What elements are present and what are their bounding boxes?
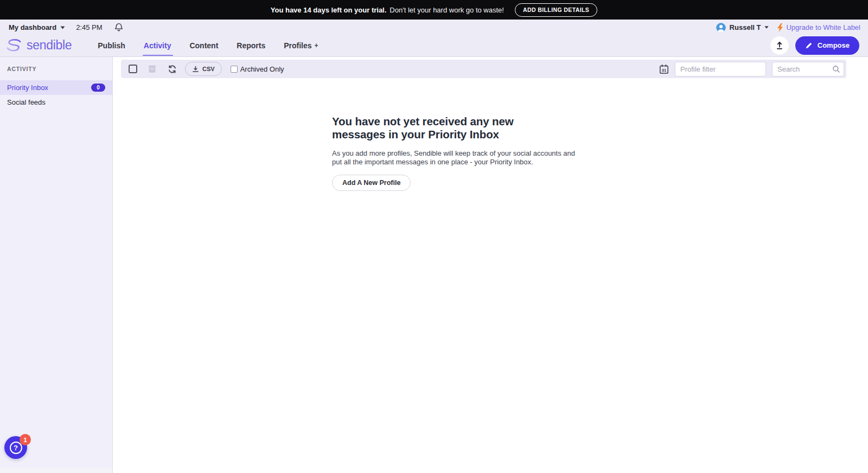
trial-banner-bold-text: You have 14 days left on your trial.: [271, 6, 387, 14]
trial-banner-regular-text: Don't let your hard work go to waste!: [390, 6, 504, 14]
header-top-row: My dashboard 2:45 PM Russell T Upgr: [0, 20, 868, 34]
archived-only-label: Archived Only: [240, 65, 284, 73]
lightning-bolt-icon: [777, 23, 783, 32]
content-area: CSV Archived Only 31: [113, 57, 868, 473]
header-main-row: sendible Publish Activity Content Report…: [0, 34, 868, 56]
logo-wordmark: sendible: [27, 38, 72, 53]
sidebar-section-label: ACTIVITY: [0, 57, 112, 72]
empty-state-title: You have not yet received any new messag…: [332, 115, 523, 141]
trial-banner: You have 14 days left on your trial. Don…: [0, 0, 868, 20]
add-new-profile-button[interactable]: Add A New Profile: [332, 175, 411, 191]
user-menu-chevron-icon[interactable]: [764, 26, 769, 29]
calendar-icon: 31: [659, 64, 669, 74]
svg-text:31: 31: [662, 68, 666, 73]
help-widget: ? 1: [4, 436, 27, 459]
notifications-bell-button[interactable]: [114, 23, 123, 32]
date-filter-button[interactable]: 31: [659, 64, 669, 74]
refresh-icon: [167, 64, 177, 74]
archived-only-toggle[interactable]: Archived Only: [231, 65, 284, 73]
chevron-down-icon: [60, 26, 65, 29]
empty-state: You have not yet received any new messag…: [332, 115, 587, 191]
clock-time: 2:45 PM: [76, 23, 102, 31]
main-area: ACTIVITY Priority Inbox 0 Social feeds: [0, 57, 868, 473]
compose-label: Compose: [818, 41, 850, 49]
upload-icon: [775, 41, 784, 50]
profiles-plus-icon: +: [315, 42, 318, 49]
sidebar: ACTIVITY Priority Inbox 0 Social feeds: [0, 57, 113, 473]
sidebar-item-label: Priority Inbox: [7, 84, 48, 92]
archived-only-checkbox[interactable]: [231, 66, 238, 73]
archive-box-icon: [147, 64, 157, 74]
export-csv-button[interactable]: CSV: [185, 62, 222, 76]
empty-state-description: As you add more profiles, Sendible will …: [332, 149, 577, 167]
archive-button[interactable]: [147, 64, 157, 74]
primary-nav: Publish Activity Content Reports Profile…: [98, 34, 318, 56]
person-icon: [716, 23, 726, 33]
sendible-logo[interactable]: sendible: [5, 38, 72, 53]
user-avatar[interactable]: [716, 23, 726, 33]
nav-tab-activity[interactable]: Activity: [144, 34, 171, 56]
search-field: [772, 62, 844, 76]
bell-icon: [114, 23, 123, 32]
nav-tab-publish[interactable]: Publish: [98, 34, 125, 56]
nav-tab-profiles[interactable]: Profiles +: [284, 34, 318, 56]
pencil-icon: [805, 42, 813, 49]
add-billing-details-button[interactable]: ADD BILLING DETAILS: [515, 3, 597, 17]
select-all-checkbox[interactable]: [129, 65, 137, 73]
nav-tab-content[interactable]: Content: [189, 34, 218, 56]
refresh-button[interactable]: [167, 64, 177, 74]
upgrade-white-label-link[interactable]: Upgrade to White Label: [777, 23, 860, 32]
sidebar-item-priority-inbox[interactable]: Priority Inbox 0: [0, 80, 112, 95]
header: My dashboard 2:45 PM Russell T Upgr: [0, 20, 868, 57]
dashboard-selector[interactable]: My dashboard: [9, 23, 65, 31]
sidebar-bottom-strip: [0, 468, 112, 473]
question-mark-icon: ?: [10, 442, 22, 454]
help-notification-badge: 1: [20, 434, 31, 445]
activity-toolbar: CSV Archived Only 31: [121, 60, 846, 78]
dashboard-label: My dashboard: [9, 23, 56, 31]
priority-inbox-count-badge: 0: [91, 84, 105, 92]
profile-filter-input[interactable]: [675, 62, 766, 76]
user-name[interactable]: Russell T: [730, 23, 761, 31]
sendible-logo-icon: [5, 39, 22, 52]
sidebar-item-social-feeds[interactable]: Social feeds: [0, 95, 112, 110]
nav-tab-reports[interactable]: Reports: [237, 34, 265, 56]
compose-button[interactable]: Compose: [795, 36, 859, 55]
upgrade-label: Upgrade to White Label: [786, 23, 860, 31]
csv-label: CSV: [202, 66, 215, 72]
search-icon: [832, 65, 840, 73]
download-icon: [192, 66, 199, 73]
sidebar-item-label: Social feeds: [7, 98, 46, 106]
bulk-import-button[interactable]: [770, 36, 789, 55]
